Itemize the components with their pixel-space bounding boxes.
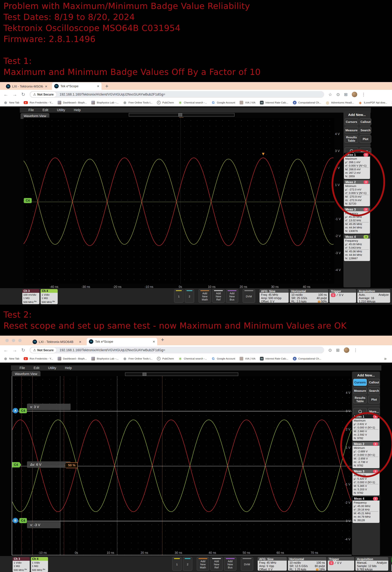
bookmark-item[interactable]: ⊕New Tab <box>4 101 19 104</box>
zoom-select-button[interactable] <box>353 408 367 415</box>
window-close-button[interactable] <box>5 339 9 342</box>
browser-tab-escope[interactable]: TK Tek e*Scope × <box>52 82 101 90</box>
channel-button-2[interactable]: 2 <box>185 289 194 303</box>
menubar-item-edit[interactable]: Edit <box>43 108 49 112</box>
measurement-badge-meas1[interactable]: Meas 13Maximumµ': 268.1 mVσ': 0.000 V (N… <box>344 153 370 179</box>
bookmarks-overflow-icon[interactable]: » <box>384 356 387 361</box>
overview-position-handle[interactable] <box>143 372 146 376</box>
plot-button[interactable]: Plot <box>368 396 380 403</box>
browser-tab-lxi[interactable]: TK LXI - Tektronix-MSO64B × <box>30 338 83 345</box>
results-table-button[interactable]: Results Table <box>345 135 358 143</box>
waveform-display[interactable]: C4 ▼ <box>24 118 334 284</box>
menu-kebab-icon[interactable]: ⋮ <box>361 92 366 97</box>
more-button[interactable]: More... <box>368 408 380 415</box>
menubar-item-edit[interactable]: Edit <box>34 366 39 370</box>
extensions-icon[interactable]: ⊙ <box>328 348 332 353</box>
bookmark-item[interactable]: ⊕Free Online Tools t... <box>123 101 152 104</box>
measurement-badge-meas3[interactable]: Meas 33Amplitudeµ': 5.320 Vσ': 0.000 V (… <box>353 469 379 495</box>
channel-button-1[interactable]: 1 <box>174 289 183 303</box>
bookmark-item[interactable]: eComputational Ch... <box>293 101 321 104</box>
profile-avatar[interactable] <box>352 92 357 97</box>
channel-button-add-new-bus[interactable]: AddNewBus <box>226 289 238 303</box>
bookmark-item[interactable]: AEInterest Rate Calc... <box>260 357 288 361</box>
bookmark-item[interactable]: Biophysics Lab –... <box>91 357 118 361</box>
channel-button-add-new-ref[interactable]: AddNewRef <box>212 289 225 303</box>
cursors-button[interactable]: Cursors <box>345 118 358 125</box>
measurement-badge-meas1[interactable]: Meas 13Maximumµ': 2.631 Vσ': 0.000 V (N'… <box>353 415 379 441</box>
bookmark-item[interactable]: GGoogle Account <box>211 101 235 104</box>
bookmark-item[interactable]: ▶Ron Fredericks - Y... <box>24 101 53 104</box>
search-button[interactable]: Search <box>360 127 371 134</box>
bookmark-item[interactable]: AEInterest Rate Calc... <box>260 101 288 104</box>
channel-button-dvm[interactable]: DVM <box>243 289 255 303</box>
not-secure-chip[interactable]: ⚠Not Secure <box>31 347 56 353</box>
back-icon[interactable]: ← <box>3 92 8 97</box>
measure-button[interactable]: Measure <box>345 127 358 134</box>
channel-button-add-new-bus[interactable]: AddNewBus <box>224 557 236 571</box>
callout-button[interactable]: Callout <box>368 379 380 386</box>
channel-button-1[interactable]: 1 <box>172 557 182 571</box>
bookmark-item[interactable]: VIA | VIA <box>240 357 255 361</box>
channel-badge-ch3[interactable]: Ch 31 V/div1 MΩ500 MHz Bw <box>13 557 30 572</box>
bookmark-item[interactable]: GGoogle Account <box>211 357 235 361</box>
forward-icon[interactable]: → <box>12 348 17 353</box>
afg-badge[interactable]: AFG: SineFreq: 45 MHzAmp: 5 VppOffset: 0… <box>258 557 287 571</box>
search-button[interactable]: Search <box>368 387 380 394</box>
trigger-badge[interactable]: Trigger3∕0 V <box>328 557 354 571</box>
channel-button-2[interactable]: 2 <box>183 557 192 571</box>
trigger-badge[interactable]: Trigger3∕0 V <box>329 289 356 303</box>
menubar-item-help[interactable]: Help <box>65 366 72 370</box>
bookmark-item[interactable]: ∗Chemical search -... <box>178 101 207 104</box>
bookmark-item[interactable]: ◎Adventures Headi... <box>326 101 354 104</box>
forward-icon[interactable]: → <box>12 92 17 97</box>
cursor-line-vertical-b[interactable] <box>117 376 117 555</box>
new-tab-button[interactable]: + <box>161 337 164 343</box>
channel-badge-ch4[interactable]: Ch 41 V/div1 MΩ500 MHz Bw <box>31 557 48 572</box>
horizontal-badge[interactable]: Horizontal10 ns/div100 nsSR: 12.5 GS/s80… <box>288 557 326 571</box>
channel-button-add-new-ref[interactable]: AddNewRef <box>210 557 223 571</box>
bookmark-star-icon[interactable]: ☆ <box>328 92 332 97</box>
bookmark-item[interactable]: Biophysics Lab –... <box>91 101 118 104</box>
menu-kebab-icon[interactable]: ⋮ <box>354 348 358 353</box>
bookmark-item[interactable]: ◈iLovePDF Api dow... <box>359 101 387 104</box>
cursor-line-a[interactable] <box>12 411 352 411</box>
menubar-item-file[interactable]: File <box>29 108 34 112</box>
menubar-item-file[interactable]: File <box>19 366 25 370</box>
reload-icon[interactable]: ↻ <box>21 92 25 97</box>
channel-button-add-new-math[interactable]: AddNewMath <box>197 557 209 571</box>
triggered-status-button[interactable]: Triggered <box>392 557 392 563</box>
measurement-badge-meas2[interactable]: Meas 23Minimumµ': -2.689 Vσ': 0.000 V (N… <box>353 442 379 468</box>
browser-tab-lxi[interactable]: TK LXI - Tektronix-MSO64B × <box>4 83 49 90</box>
tab-close-icon[interactable]: × <box>97 84 99 89</box>
acquisition-badge[interactable]: AcquisitionManual,AnalyzeSample: 12 bits… <box>356 557 388 571</box>
menubar-item-utility[interactable]: Utility <box>48 366 56 370</box>
measurement-badge-meas2[interactable]: Meas 23Minimumµ': -272.0 mVσ': 0.000 V (… <box>344 180 370 206</box>
channel-c4-marker[interactable]: C4 <box>12 462 21 467</box>
acquisition-badge[interactable]: AcquisitionAuto,AnalyzeAverage: 161.210 … <box>357 289 390 303</box>
results-table-button[interactable]: Results Table <box>353 396 367 403</box>
window-minimize-button[interactable] <box>12 339 15 342</box>
cursor-a-handle[interactable]: A C4 <box>13 408 27 413</box>
reload-icon[interactable]: ↻ <box>21 347 25 353</box>
waveform-view-tab[interactable]: Waveform View <box>12 371 40 377</box>
bookmark-item[interactable]: ▶Ron Fredericks - Y... <box>24 357 53 360</box>
measurement-badge-meas3[interactable]: Meas 33Frequencyµ': 45.00 MHzσ': 13.02 k… <box>344 207 370 234</box>
bookmark-item[interactable]: Dashboard ‹ Bioph... <box>58 357 87 361</box>
apps-icon[interactable]: ⊞ <box>336 348 340 353</box>
horizontal-badge[interactable]: Horizontal10 ns/div100 nsSR: 25 GS/s40 p… <box>290 289 328 303</box>
measurement-badge-meas4[interactable]: Meas 43Frequencyµ': 45.00 MHzσ': 29.16 k… <box>353 497 379 523</box>
menubar-item-help[interactable]: Help <box>74 108 81 112</box>
horizontal-overview-bar[interactable] <box>125 372 238 376</box>
menubar-item-utility[interactable]: Utility <box>57 108 65 112</box>
address-bar[interactable]: ⚠Not Secure 192.168.1.160/Tektronix/#/cl… <box>30 91 324 98</box>
window-maximize-button[interactable] <box>18 339 21 342</box>
channel-button-add-new-math[interactable]: AddNewMath <box>199 289 211 303</box>
back-icon[interactable]: ← <box>3 348 8 353</box>
channel-badge-ch4[interactable]: Ch 41 V/div1 MΩ500 MHz Bw <box>41 289 58 304</box>
cursor-b-handle[interactable]: B C4 <box>13 518 27 523</box>
tab-close-icon[interactable]: × <box>79 340 81 344</box>
apps-icon[interactable]: ⊞ <box>344 92 348 97</box>
plot-button[interactable]: Plot <box>360 135 371 143</box>
waveform-display[interactable]: v: 3 V Δv: 6 V v: -3 V A C4 C4 50 % B C4 <box>12 376 352 555</box>
horizontal-overview-bar[interactable] <box>129 113 234 117</box>
